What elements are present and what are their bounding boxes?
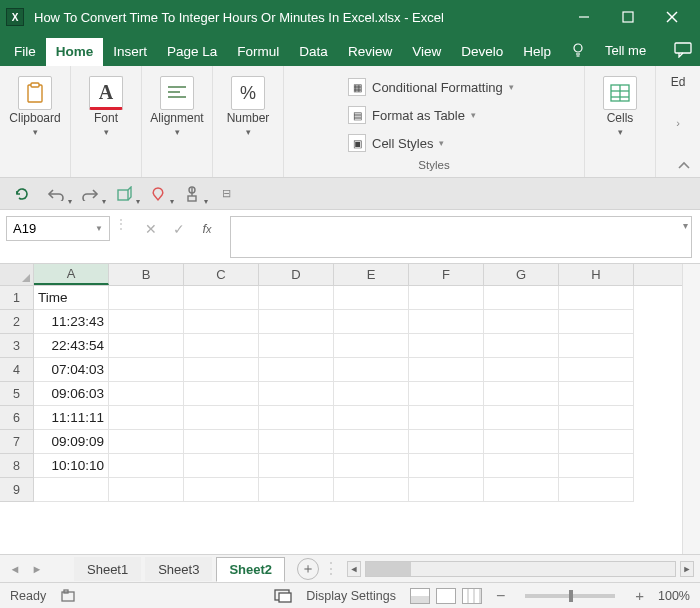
cell-A5[interactable]: 09:06:03	[34, 382, 109, 406]
cell-E6[interactable]	[334, 406, 409, 430]
qat-button-2[interactable]: ▾	[146, 182, 170, 206]
cell-B6[interactable]	[109, 406, 184, 430]
tab-help[interactable]: Help	[513, 38, 561, 66]
row-header-9[interactable]: 9	[0, 478, 34, 502]
normal-view-button[interactable]	[410, 588, 430, 604]
cell-C7[interactable]	[184, 430, 259, 454]
insert-function-button[interactable]: fx	[196, 218, 218, 240]
scroll-track[interactable]	[365, 561, 676, 577]
select-all-corner[interactable]	[0, 264, 34, 285]
tab-view[interactable]: View	[402, 38, 451, 66]
tab-file[interactable]: File	[4, 38, 46, 66]
cell-C1[interactable]	[184, 286, 259, 310]
cell-F3[interactable]	[409, 334, 484, 358]
page-layout-view-button[interactable]	[436, 588, 456, 604]
cell-A8[interactable]: 10:10:10	[34, 454, 109, 478]
cell-H1[interactable]	[559, 286, 634, 310]
zoom-out-button[interactable]: −	[496, 587, 505, 605]
cell-D7[interactable]	[259, 430, 334, 454]
cell-F9[interactable]	[409, 478, 484, 502]
cell-B2[interactable]	[109, 310, 184, 334]
cell-C4[interactable]	[184, 358, 259, 382]
cell-H2[interactable]	[559, 310, 634, 334]
cell-H6[interactable]	[559, 406, 634, 430]
cell-E8[interactable]	[334, 454, 409, 478]
add-sheet-button[interactable]: ＋	[297, 558, 319, 580]
redo-button[interactable]: ▾	[78, 182, 102, 206]
sheet-tab-0[interactable]: Sheet1	[74, 557, 141, 581]
cell-G4[interactable]	[484, 358, 559, 382]
lightbulb-icon[interactable]	[561, 34, 595, 66]
col-header-E[interactable]: E	[334, 264, 409, 285]
row-header-6[interactable]: 6	[0, 406, 34, 430]
display-settings-icon[interactable]	[274, 587, 292, 605]
vertical-scrollbar[interactable]	[682, 286, 700, 554]
scroll-right-button[interactable]: ►	[680, 561, 694, 577]
cell-B4[interactable]	[109, 358, 184, 382]
cell-D2[interactable]	[259, 310, 334, 334]
sheet-nav-next[interactable]: ►	[28, 560, 46, 578]
tab-data[interactable]: Data	[289, 38, 338, 66]
qat-customize-button[interactable]: ⊟	[214, 182, 238, 206]
cell-G7[interactable]	[484, 430, 559, 454]
cell-F6[interactable]	[409, 406, 484, 430]
cell-F8[interactable]	[409, 454, 484, 478]
cell-G5[interactable]	[484, 382, 559, 406]
cell-G9[interactable]	[484, 478, 559, 502]
cell-E4[interactable]	[334, 358, 409, 382]
comments-icon[interactable]	[666, 34, 700, 66]
clipboard-button[interactable]: Clipboard ▾	[8, 72, 62, 137]
zoom-thumb[interactable]	[569, 590, 573, 602]
row-header-5[interactable]: 5	[0, 382, 34, 406]
row-header-3[interactable]: 3	[0, 334, 34, 358]
cell-D5[interactable]	[259, 382, 334, 406]
tab-developer[interactable]: Develo	[451, 38, 513, 66]
scroll-thumb[interactable]	[366, 562, 411, 576]
maximize-button[interactable]	[606, 0, 650, 34]
collapse-ribbon-button[interactable]	[674, 157, 694, 173]
cell-E3[interactable]	[334, 334, 409, 358]
cell-E9[interactable]	[334, 478, 409, 502]
cell-E1[interactable]	[334, 286, 409, 310]
cell-D9[interactable]	[259, 478, 334, 502]
expand-formula-bar-button[interactable]: ▾	[683, 220, 688, 231]
cell-F7[interactable]	[409, 430, 484, 454]
cell-B5[interactable]	[109, 382, 184, 406]
cell-H9[interactable]	[559, 478, 634, 502]
cell-B9[interactable]	[109, 478, 184, 502]
col-header-B[interactable]: B	[109, 264, 184, 285]
refresh-button[interactable]	[10, 182, 34, 206]
row-header-8[interactable]: 8	[0, 454, 34, 478]
cancel-formula-button[interactable]: ✕	[140, 218, 162, 240]
cell-G6[interactable]	[484, 406, 559, 430]
cell-H5[interactable]	[559, 382, 634, 406]
col-header-C[interactable]: C	[184, 264, 259, 285]
tab-formulas[interactable]: Formul	[227, 38, 289, 66]
cell-E5[interactable]	[334, 382, 409, 406]
format-as-table-button[interactable]: ▤Format as Table ▾	[344, 104, 524, 126]
cell-D8[interactable]	[259, 454, 334, 478]
cell-D4[interactable]	[259, 358, 334, 382]
tell-me-search[interactable]: Tell me	[595, 34, 656, 66]
tab-page-layout[interactable]: Page La	[157, 38, 227, 66]
cell-A3[interactable]: 22:43:54	[34, 334, 109, 358]
col-header-G[interactable]: G	[484, 264, 559, 285]
cell-A9[interactable]	[34, 478, 109, 502]
cell-D3[interactable]	[259, 334, 334, 358]
col-header-F[interactable]: F	[409, 264, 484, 285]
scroll-left-button[interactable]: ◄	[347, 561, 361, 577]
cell-styles-button[interactable]: ▣Cell Styles ▾	[344, 132, 524, 154]
font-button[interactable]: A Font ▾	[79, 72, 133, 137]
minimize-button[interactable]	[562, 0, 606, 34]
cell-F4[interactable]	[409, 358, 484, 382]
cell-H4[interactable]	[559, 358, 634, 382]
cell-B7[interactable]	[109, 430, 184, 454]
name-box[interactable]: A19 ▼	[6, 216, 110, 241]
cell-G2[interactable]	[484, 310, 559, 334]
display-settings-label[interactable]: Display Settings	[306, 589, 396, 603]
cell-C3[interactable]	[184, 334, 259, 358]
col-header-D[interactable]: D	[259, 264, 334, 285]
cell-C9[interactable]	[184, 478, 259, 502]
cell-H7[interactable]	[559, 430, 634, 454]
undo-button[interactable]: ▾	[44, 182, 68, 206]
